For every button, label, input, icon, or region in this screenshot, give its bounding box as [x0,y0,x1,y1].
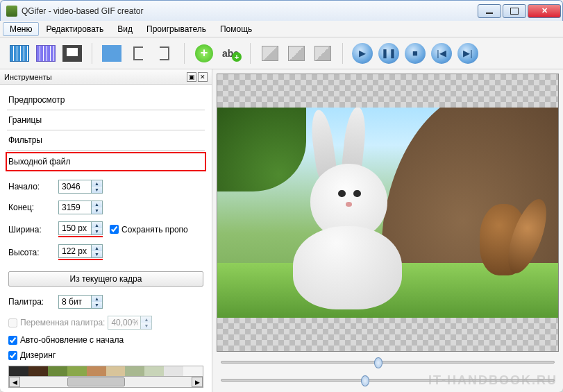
width-input[interactable] [59,223,91,233]
menu-view[interactable]: Вид [110,22,140,36]
menubar: Меню Редактировать Вид Проигрыватель Пом… [0,21,563,37]
pause-button[interactable]: ❚❚ [376,41,401,66]
spin-up-icon[interactable]: ▲ [91,245,102,251]
menu-menu[interactable]: Меню [3,22,39,36]
edit-a-button[interactable] [258,41,283,66]
from-current-frame-button[interactable]: Из текущего кадра [8,271,203,287]
next-button[interactable]: ▶| [455,41,480,66]
edit-icon [288,46,305,61]
spin-down-icon[interactable]: ▼ [91,228,102,235]
menu-player[interactable]: Проигрыватель [140,22,213,36]
palette-spinner[interactable]: ▲▼ [58,295,103,309]
spin-up-icon[interactable]: ▲ [91,201,102,207]
play-button[interactable]: ▶ [350,41,375,66]
end-input[interactable] [59,203,91,212]
edit-b-button[interactable] [284,41,309,66]
palette-scrollbar[interactable]: ◀ ▶ [8,377,203,388]
stop-button[interactable]: ■ [403,41,428,66]
height-input[interactable] [59,246,91,256]
undock-button[interactable]: ▣ [187,72,196,82]
play-icon: ▶ [352,43,373,64]
checker-top [217,74,558,108]
maximize-button[interactable] [503,4,526,18]
dithering-label: Дизеринг [20,350,56,360]
character-bunny [278,158,421,309]
var-palette-label: Переменная палитра: [20,318,105,327]
spin-down-icon[interactable]: ▼ [91,302,102,308]
panel-close-button[interactable]: ✕ [198,72,208,82]
open-video-button[interactable] [7,41,32,66]
palette-input[interactable] [59,297,91,307]
dithering-checkbox[interactable] [8,351,17,360]
edit-c-button[interactable] [310,41,335,66]
prev-button[interactable]: |◀ [429,41,454,66]
scroll-left-icon[interactable]: ◀ [9,377,20,387]
bracket-right-icon [160,46,169,60]
scroll-right-icon[interactable]: ▶ [192,377,203,387]
slider-knob[interactable] [374,357,383,368]
preview-viewport [217,74,559,352]
preview-panel [212,69,563,392]
end-spinner[interactable]: ▲▼ [58,201,103,214]
edit-icon [314,46,331,61]
plus-icon: + [195,44,213,62]
start-label: Начало: [8,182,51,191]
set-end-button[interactable] [152,41,177,66]
add-object-button[interactable]: + [192,41,217,66]
minimize-button[interactable] [478,4,501,18]
palette-preview [8,366,203,377]
start-spinner[interactable]: ▲▼ [58,180,103,194]
spin-down-icon[interactable]: ▼ [91,251,102,257]
section-preview[interactable]: Предпросмотр [7,90,205,110]
edit-icon [262,46,278,61]
var-palette-spinner: ▲▼ [108,316,152,330]
section-filters[interactable]: Фильтры [7,130,205,151]
keep-ratio-checkbox[interactable] [110,225,119,234]
close-button[interactable] [528,4,561,18]
height-spinner[interactable]: ▲▼ [58,244,103,258]
auto-update-label: Авто-обновление с начала [20,335,124,345]
crop-button[interactable] [99,41,124,66]
tools-panel: Инструменты ▣ ✕ Предпросмотр Границы Фил… [0,69,212,392]
height-label: Высота: [8,248,51,257]
menu-help[interactable]: Помощь [213,22,259,36]
spin-up-icon[interactable]: ▲ [91,296,102,302]
window-title: QGifer - video-based GIF creator [22,6,476,16]
stop-icon: ■ [405,43,426,64]
add-text-button[interactable]: abc+ [218,41,243,66]
palette-label: Палитра: [8,297,51,307]
character-squirrel [480,204,528,275]
next-icon: ▶| [457,43,478,64]
start-input[interactable] [59,182,91,191]
watermark: IT-HANDBOOK.RU [428,373,557,388]
app-icon [6,6,17,17]
main-area: Инструменты ▣ ✕ Предпросмотр Границы Фил… [0,69,563,392]
spin-up-icon[interactable]: ▲ [91,180,102,187]
spin-down-icon[interactable]: ▼ [91,187,102,193]
spin-up-icon[interactable]: ▲ [91,222,102,228]
prev-icon: |◀ [431,43,452,64]
print-button[interactable] [33,41,58,66]
window-buttons [476,4,561,18]
section-output[interactable]: Выходной файл [6,152,206,171]
checker-bottom [217,318,558,351]
set-start-button[interactable] [126,41,151,66]
toolbar: + abc+ ▶ ❚❚ ■ |◀ ▶| [0,37,563,69]
film-icon [10,45,29,62]
slider-knob[interactable] [361,375,369,386]
bracket-left-icon [133,46,143,60]
spin-down-icon[interactable]: ▼ [91,207,102,214]
titlebar: QGifer - video-based GIF creator [0,0,563,21]
timeline-slider[interactable] [221,361,555,364]
var-palette-input [108,318,140,327]
width-spinner[interactable]: ▲▼ [58,221,103,235]
var-palette-checkbox [8,318,17,327]
menu-edit[interactable]: Редактировать [39,22,110,36]
auto-update-checkbox[interactable] [8,336,17,345]
end-label: Конец: [8,203,51,212]
scroll-thumb[interactable] [67,377,126,386]
crop-icon [102,45,121,62]
floppy-icon [62,45,82,62]
save-button[interactable] [60,41,85,66]
section-borders[interactable]: Границы [7,110,205,130]
